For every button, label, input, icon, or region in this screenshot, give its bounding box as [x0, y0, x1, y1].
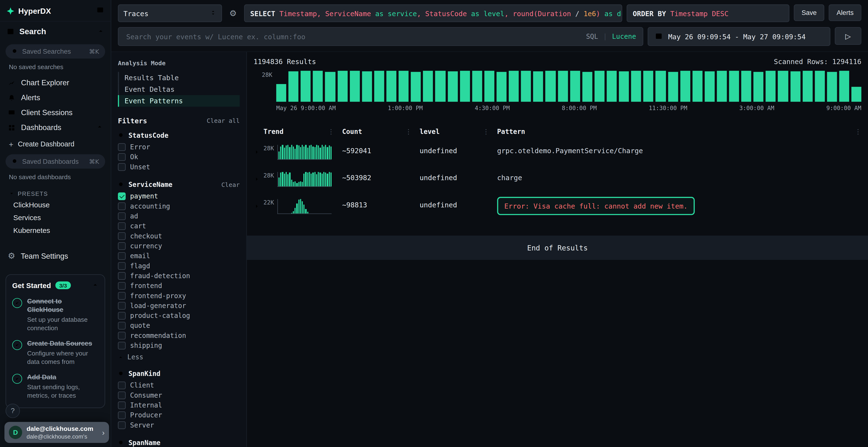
expand-row-chevron-icon[interactable]: [254, 172, 264, 185]
table-menu-icon[interactable]: ⋮: [849, 128, 862, 135]
sidebar-item-chart-explorer[interactable]: Chart Explorer: [0, 75, 111, 90]
create-dashboard-button[interactable]: + Create Dashboard: [0, 135, 111, 151]
filter-option-Unset[interactable]: Unset: [118, 162, 240, 172]
column-header-count[interactable]: Count ⋮: [342, 128, 420, 135]
mode-results-table[interactable]: Results Table: [118, 72, 240, 83]
filter-option-Consumer[interactable]: Consumer: [118, 390, 240, 400]
lucene-mode-toggle[interactable]: Lucene: [612, 33, 636, 40]
column-menu-icon[interactable]: ⋮: [328, 128, 342, 135]
presets-toggle[interactable]: PRESETS: [0, 185, 111, 199]
filter-option-Error[interactable]: Error: [118, 142, 240, 152]
mode-event-deltas[interactable]: Event Deltas: [118, 83, 240, 95]
filter-option-quote[interactable]: quote: [118, 321, 240, 331]
sidebar-item-client-sessions[interactable]: Client Sessions: [0, 105, 111, 120]
sidebar-item-alerts[interactable]: Alerts: [0, 90, 111, 105]
checkbox[interactable]: [118, 242, 126, 250]
checkbox[interactable]: [118, 282, 126, 290]
expand-row-chevron-icon[interactable]: [254, 145, 264, 158]
sidebar-item-dashboards[interactable]: Dashboards: [0, 120, 111, 135]
filter-option-frontend-proxy[interactable]: frontend-proxy: [118, 291, 240, 301]
checkbox[interactable]: [118, 302, 126, 310]
filter-option-Ok[interactable]: Ok: [118, 152, 240, 162]
filter-option-recommendation[interactable]: recommendation: [118, 331, 240, 341]
checkbox[interactable]: [118, 143, 126, 151]
filter-option-shipping[interactable]: shipping: [118, 341, 240, 350]
checkbox[interactable]: [118, 163, 126, 171]
pattern-row[interactable]: 22K ~98813 undefined Error: Visa cache f…: [254, 194, 862, 222]
get-started-step[interactable]: Create Data Sources Configure where your…: [12, 339, 99, 366]
filter-option-product-catalog[interactable]: product-catalog: [118, 311, 240, 320]
column-header-trend[interactable]: Trend ⋮: [264, 128, 342, 135]
checkbox[interactable]: [118, 252, 126, 260]
sidebar-section-search[interactable]: Search: [0, 21, 111, 41]
checkbox[interactable]: [118, 391, 126, 399]
checkbox[interactable]: [118, 421, 126, 429]
preset-kubernetes[interactable]: Kubernetes: [0, 224, 111, 237]
checkbox[interactable]: [118, 381, 126, 389]
column-header-pattern[interactable]: Pattern: [497, 128, 849, 135]
get-started-header[interactable]: Get Started 3/3: [12, 280, 99, 290]
checkbox[interactable]: [118, 153, 126, 161]
pattern-cell-highlighted[interactable]: Error: Visa cache full: cannot add new i…: [497, 197, 695, 215]
filter-option-Client[interactable]: Client: [118, 381, 240, 390]
checkbox[interactable]: [118, 202, 126, 210]
expand-row-chevron-icon[interactable]: [254, 199, 264, 212]
column-menu-icon[interactable]: ⋮: [483, 128, 497, 135]
histogram-bars[interactable]: [276, 71, 862, 102]
checkbox[interactable]: [118, 402, 126, 409]
checkbox[interactable]: [118, 411, 126, 419]
preset-services[interactable]: Services: [0, 211, 111, 224]
sidebar-item-team-settings[interactable]: ⚙ Team Settings: [0, 245, 111, 266]
checkbox[interactable]: [118, 292, 126, 300]
filter-option-currency[interactable]: currency: [118, 241, 240, 251]
pattern-row[interactable]: 28K ~592041 undefined grpc.oteldemo.Paym…: [254, 140, 862, 167]
filter-option-checkout[interactable]: checkout: [118, 231, 240, 241]
checkbox[interactable]: [118, 342, 126, 349]
checkbox[interactable]: [118, 332, 126, 340]
help-button[interactable]: ?: [5, 404, 20, 418]
sql-mode-toggle[interactable]: SQL: [586, 33, 598, 40]
order-by-editor[interactable]: ORDER BY Timestamp DESC: [627, 4, 789, 22]
sidebar-collapse-button[interactable]: [96, 6, 104, 16]
alerts-button[interactable]: Alerts: [829, 4, 862, 21]
checkbox[interactable]: [118, 322, 126, 330]
pattern-cell[interactable]: grpc.oteldemo.PaymentService/Charge: [497, 145, 849, 155]
filter-option-accounting[interactable]: accounting: [118, 201, 240, 211]
clear-group-button[interactable]: Clear: [221, 181, 240, 188]
column-header-level[interactable]: level ⋮: [420, 128, 497, 135]
checkbox[interactable]: [118, 272, 126, 280]
checkbox[interactable]: [118, 262, 126, 270]
filter-option-Server[interactable]: Server: [118, 420, 240, 430]
preset-clickhouse[interactable]: ClickHouse: [0, 199, 111, 211]
mode-event-patterns[interactable]: Event Patterns: [118, 95, 240, 107]
save-button[interactable]: Save: [794, 4, 824, 21]
source-select[interactable]: Traces: [118, 4, 222, 22]
filter-option-load-generator[interactable]: load-generator: [118, 301, 240, 311]
date-range-picker[interactable]: May 26 09:09:54 - May 27 09:09:54: [648, 27, 830, 46]
filter-option-payment[interactable]: payment: [118, 191, 240, 201]
checkbox[interactable]: [118, 312, 126, 319]
show-less-toggle[interactable]: Less: [118, 353, 240, 361]
saved-dashboards-input[interactable]: Saved Dashboards ⌘K: [5, 154, 105, 169]
checkbox[interactable]: [118, 232, 126, 240]
pattern-cell[interactable]: charge: [497, 172, 849, 182]
checkbox[interactable]: [118, 212, 126, 220]
filter-option-Producer[interactable]: Producer: [118, 410, 240, 420]
source-settings-button[interactable]: ⚙: [226, 4, 240, 22]
search-input[interactable]: [125, 32, 581, 41]
filter-option-email[interactable]: email: [118, 251, 240, 261]
get-started-step[interactable]: Add Data Start sending logs, metrics, or…: [12, 373, 99, 400]
pattern-row[interactable]: 28K ~503982 undefined charge: [254, 167, 862, 194]
get-started-step[interactable]: Connect to ClickHouse Set up your databa…: [12, 298, 99, 332]
filter-option-frontend[interactable]: frontend: [118, 281, 240, 291]
sql-query-editor[interactable]: SELECT Timestamp, ServiceName as service…: [244, 4, 622, 22]
checkbox[interactable]: [118, 193, 126, 200]
filter-option-Internal[interactable]: Internal: [118, 400, 240, 410]
checkbox[interactable]: [118, 222, 126, 230]
saved-searches-input[interactable]: Saved Searches ⌘K: [5, 44, 105, 59]
filter-option-fraud-detection[interactable]: fraud-detection: [118, 271, 240, 281]
filter-option-ad[interactable]: ad: [118, 211, 240, 221]
run-query-button[interactable]: ▷: [835, 27, 861, 45]
filter-option-flagd[interactable]: flagd: [118, 261, 240, 271]
column-menu-icon[interactable]: ⋮: [405, 128, 420, 135]
